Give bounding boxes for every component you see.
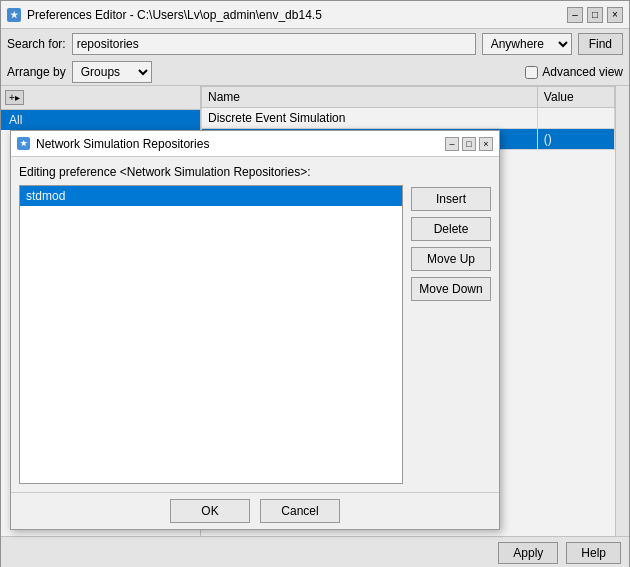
move-down-button[interactable]: Move Down [411,277,491,301]
dialog-close-button[interactable]: × [479,137,493,151]
dialog-minimize-button[interactable]: – [445,137,459,151]
dialog-title-text: Network Simulation Repositories [36,137,445,151]
dialog-title-bar: ★ Network Simulation Repositories – □ × [11,131,499,157]
dialog-edit-label: Editing preference <Network Simulation R… [19,165,491,179]
dialog-list-container: stdmod [19,185,403,484]
dialog-action-buttons: Insert Delete Move Up Move Down [411,185,491,484]
dialog-maximize-button[interactable]: □ [462,137,476,151]
dialog-body: Editing preference <Network Simulation R… [11,157,499,492]
insert-button[interactable]: Insert [411,187,491,211]
dialog-icon: ★ [17,137,30,150]
dialog-title-controls: – □ × [445,137,493,151]
list-item[interactable]: stdmod [20,186,402,206]
delete-button[interactable]: Delete [411,217,491,241]
ok-button[interactable]: OK [170,499,250,523]
dialog-content: stdmod Insert Delete Move Up Move Down [19,185,491,484]
dialog-footer: OK Cancel [11,492,499,529]
network-repositories-dialog: ★ Network Simulation Repositories – □ × … [10,130,500,530]
move-up-button[interactable]: Move Up [411,247,491,271]
cancel-button[interactable]: Cancel [260,499,340,523]
